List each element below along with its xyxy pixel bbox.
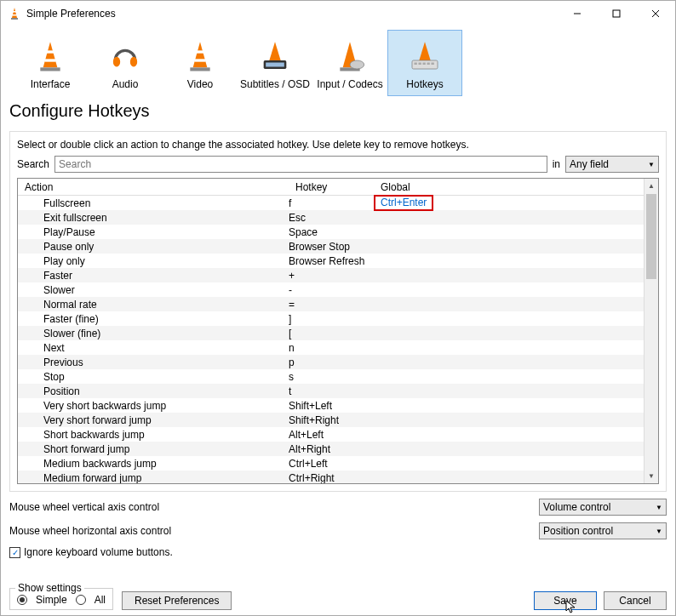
cell-action: Slower (fine) [18, 328, 289, 339]
maximize-button[interactable] [597, 1, 636, 26]
svg-rect-9 [40, 67, 60, 71]
close-button[interactable] [636, 1, 675, 26]
table-row[interactable]: Play/PauseSpace [18, 225, 644, 239]
headphones-icon [105, 36, 146, 77]
table-row[interactable]: Stops [18, 369, 644, 384]
category-tabs: Interface Audio Video Subtitles / OSD In… [1, 26, 675, 96]
cell-hotkey: Esc [289, 212, 374, 224]
cell-action: Short forward jump [18, 443, 289, 455]
cell-hotkey: Ctrl+Right [289, 472, 374, 484]
table-row[interactable]: Medium forward jumpCtrl+Right [18, 471, 644, 483]
show-settings-legend: Show settings [15, 582, 84, 594]
svg-rect-26 [415, 63, 417, 66]
col-hotkey[interactable]: Hotkey [289, 181, 374, 193]
table-row[interactable]: Previousp [18, 355, 644, 369]
cell-hotkey: Alt+Right [289, 443, 374, 455]
cancel-button[interactable]: Cancel [604, 591, 667, 610]
cell-action: Previous [18, 356, 289, 368]
table-row[interactable]: Short backwards jumpAlt+Left [18, 427, 644, 442]
tab-hotkeys[interactable]: Hotkeys [387, 30, 462, 96]
table-row[interactable]: Medium backwards jumpCtrl+Left [18, 456, 644, 471]
tab-video[interactable]: Video [163, 30, 238, 96]
svg-marker-8 [43, 42, 58, 67]
table-row[interactable]: Positiont [18, 384, 644, 398]
table-row[interactable]: Normal rate= [18, 297, 644, 311]
svg-marker-18 [269, 42, 280, 60]
search-label: Search [17, 158, 49, 170]
combo-value: Volume control [543, 501, 610, 513]
col-action[interactable]: Action [18, 181, 289, 193]
ignore-volume-row[interactable]: ✓ Ignore keyboard volume buttons. [9, 546, 667, 558]
table-row[interactable]: Nextn [18, 340, 644, 355]
table-row[interactable]: Faster (fine)] [18, 311, 644, 326]
table-row[interactable]: Play onlyBrowser Refresh [18, 254, 644, 268]
search-input[interactable] [54, 156, 547, 173]
tab-subtitles[interactable]: Subtitles / OSD [238, 30, 312, 96]
checkbox-checked-icon[interactable]: ✓ [9, 547, 20, 558]
table-row[interactable]: Slower (fine)[ [18, 326, 644, 340]
radio-simple[interactable] [17, 595, 27, 605]
minimize-button[interactable] [558, 1, 597, 26]
cell-action: Exit fullscreen [18, 212, 289, 224]
vertical-scrollbar[interactable]: ▲ ▼ [644, 179, 658, 483]
radio-all[interactable] [76, 595, 86, 605]
table-row[interactable]: Exit fullscreenEsc [18, 210, 644, 225]
table-row[interactable]: Faster+ [18, 268, 644, 282]
save-button[interactable]: Save [534, 591, 597, 610]
instructions-text: Select or double click an action to chan… [17, 139, 659, 151]
tab-label: Video [187, 78, 213, 90]
svg-marker-24 [419, 42, 430, 60]
col-global[interactable]: Global [374, 181, 644, 193]
tab-interface[interactable]: Interface [13, 30, 88, 96]
cone-icon [180, 36, 221, 77]
tab-audio[interactable]: Audio [88, 30, 163, 96]
svg-rect-11 [44, 59, 55, 61]
cell-hotkey: Ctrl+Left [289, 458, 374, 470]
cone-keyboard-icon [404, 36, 445, 77]
mouse-horizontal-combo[interactable]: Position control ▼ [539, 522, 667, 539]
svg-point-12 [113, 57, 120, 67]
table-row[interactable]: Slower- [18, 282, 644, 297]
svg-rect-16 [196, 50, 204, 53]
table-row[interactable]: Very short backwards jumpShift+Left [18, 398, 644, 413]
reset-preferences-button[interactable]: Reset Preferences [122, 591, 232, 610]
page-title: Configure Hotkeys [1, 96, 675, 126]
scroll-up-icon[interactable]: ▲ [644, 179, 658, 193]
mouse-vertical-combo[interactable]: Volume control ▼ [539, 499, 667, 516]
tab-label: Input / Codecs [317, 78, 382, 90]
search-field-combo[interactable]: Any field ▼ [565, 156, 659, 173]
cone-icon [30, 36, 71, 77]
table-row[interactable]: Pause onlyBrowser Stop [18, 239, 644, 254]
cell-hotkey: + [289, 270, 374, 282]
scroll-down-icon[interactable]: ▼ [644, 469, 658, 483]
cell-hotkey: Shift+Right [289, 414, 374, 426]
combo-value: Position control [543, 525, 613, 537]
cell-hotkey: n [289, 342, 374, 354]
cell-hotkey: f [289, 197, 374, 209]
cell-hotkey: t [289, 385, 374, 397]
window-title: Simple Preferences [26, 8, 558, 20]
tab-label: Audio [112, 78, 139, 90]
svg-rect-17 [194, 59, 205, 61]
global-hotkey-highlight: Ctrl+Enter [374, 195, 433, 211]
svg-rect-27 [419, 63, 421, 66]
scroll-thumb[interactable] [646, 194, 656, 279]
cell-action: Stop [18, 371, 289, 383]
cone-disc-icon [329, 36, 370, 77]
titlebar: Simple Preferences [1, 1, 675, 26]
svg-rect-1 [11, 18, 18, 20]
cell-hotkey: p [289, 356, 374, 368]
tab-label: Subtitles / OSD [240, 78, 310, 90]
cell-hotkey: Alt+Left [289, 429, 374, 441]
tab-label: Hotkeys [406, 78, 443, 90]
radio-all-label: All [95, 594, 106, 606]
cell-action: Medium forward jump [18, 472, 289, 484]
cell-action: Faster (fine) [18, 313, 289, 325]
table-row[interactable]: Very short forward jumpShift+Right [18, 413, 644, 427]
radio-simple-label: Simple [36, 594, 67, 606]
mouse-vertical-label: Mouse wheel vertical axis control [9, 501, 539, 513]
svg-rect-28 [423, 63, 426, 66]
tab-input-codecs[interactable]: Input / Codecs [312, 30, 387, 96]
table-row[interactable]: FullscreenfCtrl+Enter [18, 196, 644, 210]
table-row[interactable]: Short forward jumpAlt+Right [18, 442, 644, 456]
